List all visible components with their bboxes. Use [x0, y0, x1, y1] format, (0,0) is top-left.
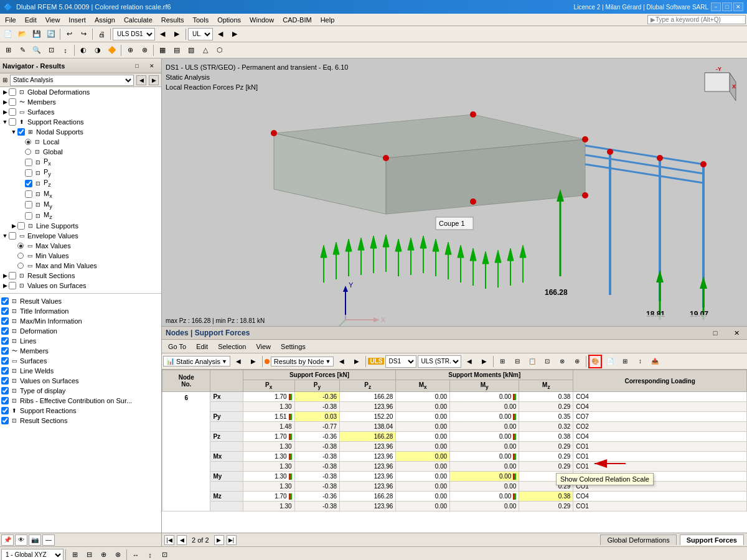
tree-item-pz[interactable]: ⊡ Pz — [0, 178, 161, 189]
nav-close-btn[interactable]: ✕ — [145, 61, 159, 71]
nav-analysis-select[interactable]: Static Analysis — [10, 75, 134, 86]
menu-calculate[interactable]: Calculate — [120, 16, 156, 24]
nav-restore-btn[interactable]: □ — [130, 61, 144, 71]
tree-item-ribs[interactable]: ⊡ Ribs - Effective Contribution on Sur..… — [0, 396, 161, 406]
check-line-welds[interactable] — [1, 367, 9, 375]
table-menu-edit[interactable]: Edit — [192, 342, 212, 351]
table-action-10[interactable]: 📤 — [648, 355, 662, 368]
expand-members[interactable]: ▶ — [1, 98, 9, 106]
tree-item-line-supports[interactable]: ▶ ⊡ Line Supports — [0, 221, 161, 231]
tree-item-members[interactable]: ▶ 〜 Members — [0, 97, 161, 107]
tb2-11[interactable]: ▦ — [156, 44, 169, 57]
tree-item-min-values[interactable]: ▭ Min Values — [0, 251, 161, 261]
table-maximize-btn[interactable]: □ — [708, 326, 722, 340]
ds-combo[interactable]: ULS DS1 — [113, 28, 155, 40]
combo-next[interactable]: ▶ — [170, 27, 184, 41]
check-values-on-surfaces[interactable] — [9, 282, 16, 289]
tb2-4[interactable]: ⊡ — [44, 44, 58, 57]
check-maxmin-info[interactable] — [1, 317, 9, 325]
analysis-prev-btn[interactable]: ◀ — [232, 355, 245, 368]
table-action-6[interactable]: ⊕ — [570, 355, 584, 368]
tb2-2[interactable]: ✎ — [16, 44, 29, 57]
open-btn[interactable]: 📂 — [16, 27, 29, 41]
tb2-13[interactable]: ▧ — [184, 44, 198, 57]
table-nav-prev[interactable]: ◀ — [177, 535, 187, 545]
tree-item-deformation[interactable]: ⊡ Deformation — [0, 326, 161, 336]
table-menu-settings[interactable]: Settings — [277, 342, 309, 351]
tree-item-px[interactable]: ⊡ Px — [0, 157, 161, 167]
check-surfaces[interactable] — [9, 108, 16, 116]
table-menu-goto[interactable]: Go To — [164, 342, 190, 351]
tree-item-surfaces-nav[interactable]: ▭ Surfaces — [0, 356, 161, 366]
nav-add-btn[interactable]: 📌 — [1, 534, 14, 546]
radio-local[interactable] — [25, 139, 31, 145]
bt-3[interactable]: ⊕ — [96, 548, 110, 561]
ul-combo[interactable]: UL... — [188, 28, 213, 40]
tb2-9[interactable]: ⊕ — [123, 44, 137, 57]
tree-item-local[interactable]: ⊡ Local — [0, 137, 161, 147]
menu-help[interactable]: Help — [317, 16, 339, 24]
close-button[interactable]: ✕ — [733, 2, 743, 11]
check-result-sections-nav[interactable] — [1, 417, 9, 424]
tree-item-max-values[interactable]: ▭ Max Values — [0, 241, 161, 251]
expand-surfaces[interactable]: ▶ — [1, 108, 9, 116]
analysis-dropdown-btn[interactable]: ▼ — [222, 358, 227, 365]
tab-support-forces[interactable]: Support Forces — [680, 534, 744, 545]
table-action-9[interactable]: ↕ — [633, 355, 647, 368]
tb2-8[interactable]: 🔶 — [105, 44, 119, 57]
minimize-button[interactable]: − — [711, 2, 721, 11]
menu-tools[interactable]: Tools — [189, 16, 212, 24]
nav-prev-btn[interactable]: ◀ — [136, 75, 146, 85]
tb2-7[interactable]: ◑ — [91, 44, 105, 57]
menu-edit[interactable]: Edit — [21, 16, 40, 24]
tree-item-my-comp[interactable]: ⊡ My — [0, 200, 161, 210]
check-result-sections[interactable] — [9, 272, 16, 279]
tree-item-py[interactable]: ⊡ Py — [0, 167, 161, 178]
check-line-supports[interactable] — [17, 222, 25, 230]
menu-file[interactable]: File — [1, 16, 20, 24]
expand-global-def[interactable]: ▶ — [1, 88, 9, 96]
check-ribs[interactable] — [1, 397, 9, 404]
menu-window[interactable]: Window — [246, 16, 278, 24]
check-result-values[interactable] — [1, 297, 9, 305]
colored-relation-scale-btn[interactable]: 🎨 — [588, 355, 602, 368]
check-support-reactions[interactable] — [9, 118, 16, 126]
menu-cad-bim[interactable]: CAD-BIM — [279, 16, 315, 24]
tree-item-result-sections-nav[interactable]: ⊡ Result Sections — [0, 416, 161, 426]
uls-next-btn[interactable]: ▶ — [477, 355, 491, 368]
tree-item-support-reactions-nav[interactable]: ⬆ Support Reactions — [0, 406, 161, 416]
menu-assign[interactable]: Assign — [91, 16, 119, 24]
tb2-12[interactable]: ▤ — [170, 44, 184, 57]
bt-7[interactable]: ⊡ — [157, 548, 171, 561]
expand-nodal-supports[interactable]: ▼ — [10, 128, 17, 136]
results-prev-btn[interactable]: ◀ — [335, 355, 349, 368]
nav-next-btn[interactable]: ▶ — [149, 75, 159, 85]
tab-global-deformations[interactable]: Global Deformations — [600, 534, 676, 545]
tb2-14[interactable]: △ — [199, 44, 212, 57]
tree-item-envelope[interactable]: ▼ ▭ Envelope Values — [0, 231, 161, 241]
nav-eye-btn[interactable]: 👁 — [15, 534, 27, 546]
nav-camera-btn[interactable]: 📷 — [29, 534, 41, 546]
bt-1[interactable]: ⊞ — [68, 548, 82, 561]
radio-min-values[interactable] — [17, 253, 24, 259]
search-input[interactable] — [655, 16, 743, 23]
tb2-5[interactable]: ↕ — [59, 44, 72, 57]
table-action-5[interactable]: ⊗ — [555, 355, 569, 368]
table-nav-last[interactable]: ▶| — [227, 535, 237, 545]
check-global-def[interactable] — [9, 88, 16, 96]
results-dropdown-btn[interactable]: ▼ — [326, 358, 331, 365]
check-mz-comp[interactable] — [25, 212, 32, 220]
ul-prev[interactable]: ◀ — [214, 27, 227, 41]
table-action-1[interactable]: ⊞ — [496, 355, 509, 368]
tb2-6[interactable]: ◐ — [77, 44, 90, 57]
combo-prev[interactable]: ◀ — [156, 27, 169, 41]
table-nav-next[interactable]: ▶ — [214, 535, 224, 545]
table-action-8[interactable]: ⊞ — [618, 355, 632, 368]
radio-global[interactable] — [25, 149, 31, 155]
table-menu-view[interactable]: View — [252, 342, 275, 351]
menu-insert[interactable]: Insert — [65, 16, 90, 24]
check-pz[interactable] — [25, 180, 32, 187]
tree-item-surfaces[interactable]: ▶ ▭ Surfaces — [0, 107, 161, 117]
tree-item-global-def[interactable]: ▶ ⊡ Global Deformations — [0, 87, 161, 97]
results-by-label[interactable]: Results by Node ▼ — [271, 357, 334, 366]
